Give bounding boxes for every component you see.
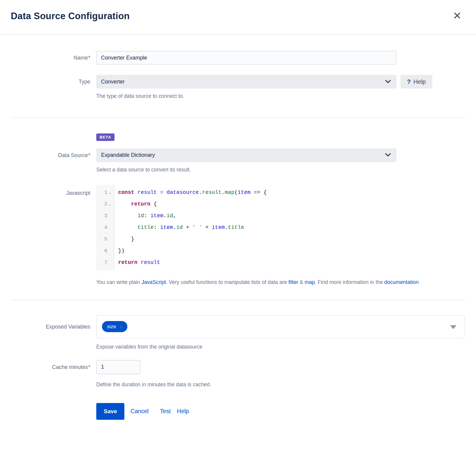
code-line: } — [118, 233, 267, 245]
javascript-row: Javascript 1⌄2⌄34567 const result = data… — [0, 185, 476, 270]
line-number: 5 — [96, 233, 114, 245]
beta-badge: BETA — [96, 133, 115, 141]
section-divider — [11, 300, 465, 300]
line-number: 1⌄ — [96, 187, 114, 198]
type-helper-text: The type of data source to connect to. — [96, 92, 476, 100]
required-asterisk: * — [88, 152, 90, 158]
exposed-variables-label: Exposed Variables — [0, 315, 90, 350]
exposed-variables-helper-text: Expose variables from the original datas… — [96, 343, 476, 350]
cache-minutes-row: Cache minutes* Define the duration in mi… — [0, 360, 476, 388]
close-icon — [453, 16, 461, 21]
name-input[interactable] — [96, 51, 396, 65]
type-help-button-label: Help — [414, 78, 426, 85]
dropdown-arrow-icon[interactable] — [450, 325, 457, 329]
javascript-helper-row: You can write plain JavaScript. Very use… — [0, 276, 476, 288]
test-link[interactable]: Test — [160, 408, 171, 415]
helper-text-fragment: . Find more information in the — [315, 279, 384, 285]
code-line: id: item.id, — [118, 210, 267, 222]
javascript-link[interactable]: JavaScript — [141, 279, 166, 285]
line-number: 6 — [96, 245, 114, 257]
close-button[interactable] — [452, 11, 462, 21]
actions-row: Save Cancel Test Help — [0, 403, 476, 420]
fold-icon[interactable]: ⌄ — [107, 198, 113, 210]
filter-link[interactable]: filter — [288, 279, 298, 285]
tag-remove-icon[interactable]: x — [120, 324, 122, 329]
tag-list: sizex — [102, 321, 127, 332]
chevron-down-icon — [385, 79, 391, 85]
helper-text-fragment: . Very useful functions to manipulate li… — [166, 279, 289, 285]
data-source-select[interactable]: Expandable Dictionary — [96, 148, 396, 162]
javascript-helper-text: You can write plain JavaScript. Very use… — [96, 276, 456, 288]
data-source-row: Data Source* Expandable Dictionary Selec… — [0, 148, 476, 173]
code-line: }) — [118, 245, 267, 257]
section-divider — [11, 117, 465, 118]
dialog-title: Data Source Configuration — [11, 10, 465, 22]
exposed-variables-row: Exposed Variables sizex Expose variables… — [0, 315, 476, 350]
code-lines: const result = datasource.result.map(ite… — [114, 185, 267, 270]
name-label: Name* — [0, 51, 90, 65]
type-help-button[interactable]: ? Help — [400, 75, 432, 89]
type-select-value: Converter — [101, 79, 125, 85]
javascript-label: Javascript — [0, 185, 90, 270]
type-label: Type — [0, 75, 90, 100]
name-row: Name* — [0, 51, 476, 65]
variable-tag: sizex — [102, 321, 127, 332]
code-gutter: 1⌄2⌄34567 — [96, 185, 114, 270]
type-select[interactable]: Converter — [96, 75, 396, 89]
dialog-header: Data Source Configuration — [0, 0, 476, 35]
variable-tag-label: size — [107, 324, 116, 330]
dialog-body: Name* Type Converter ? Help — [0, 35, 476, 434]
required-asterisk: * — [88, 364, 90, 370]
data-source-select-value: Expandable Dictionary — [101, 152, 155, 158]
fold-icon[interactable]: ⌄ — [107, 187, 113, 198]
code-line: const result = datasource.result.map(ite… — [118, 187, 267, 198]
required-asterisk: * — [88, 55, 90, 61]
helper-text-fragment: & — [298, 279, 304, 285]
cache-minutes-label: Cache minutes* — [0, 360, 90, 388]
chevron-down-icon — [385, 152, 391, 158]
save-button[interactable]: Save — [96, 403, 124, 420]
data-source-label: Data Source* — [0, 148, 90, 173]
cancel-link[interactable]: Cancel — [130, 408, 149, 415]
cache-minutes-helper-text: Define the duration in minutes the data … — [96, 381, 476, 388]
line-number: 7 — [96, 257, 114, 268]
code-line: return { — [118, 198, 267, 210]
line-number: 3 — [96, 210, 114, 222]
line-number: 4 — [96, 222, 114, 233]
data-source-configuration-dialog: Data Source Configuration Name* Type Co — [0, 0, 476, 434]
exposed-variables-select[interactable]: sizex — [96, 315, 465, 338]
beta-row: BETA — [0, 133, 476, 141]
documentation-link[interactable]: documentation — [384, 279, 419, 285]
code-line: return result — [118, 257, 267, 268]
cache-minutes-input[interactable] — [96, 360, 141, 374]
question-icon: ? — [407, 78, 411, 85]
code-line: title: item.id + ' ' + item.title — [118, 222, 267, 233]
code-editor[interactable]: 1⌄2⌄34567 const result = datasource.resu… — [96, 185, 455, 270]
data-source-helper-text: Select a data source to convert its resu… — [96, 166, 476, 173]
helper-text-fragment: You can write plain — [96, 279, 141, 285]
type-row: Type Converter ? Help The type of data s… — [0, 75, 476, 100]
line-number: 2⌄ — [96, 198, 114, 210]
help-link[interactable]: Help — [177, 408, 189, 415]
map-link[interactable]: map — [305, 279, 315, 285]
